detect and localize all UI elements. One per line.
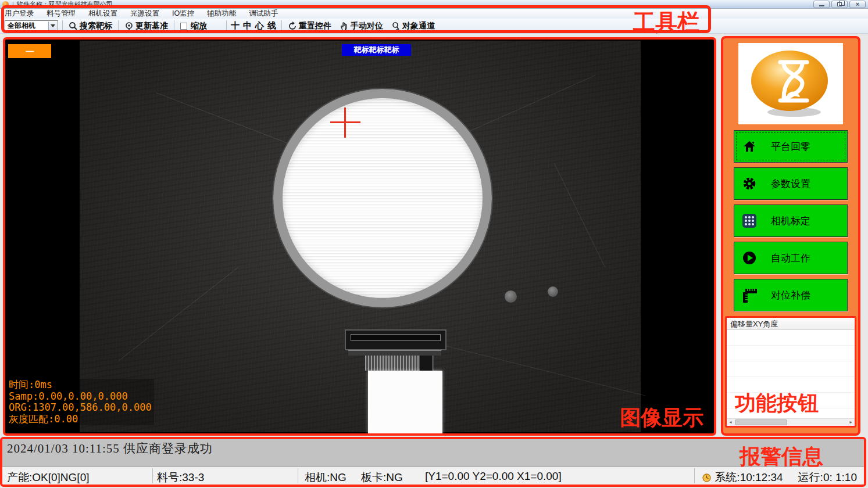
camera-image[interactable]: [80, 41, 641, 432]
menu-camera-settings[interactable]: 相机设置: [88, 9, 117, 19]
spot-mark: [548, 286, 558, 297]
wafer-disc: [273, 89, 492, 307]
ruler-icon: [742, 288, 757, 303]
minimize-icon: [819, 5, 824, 6]
chevron-down-icon: [48, 21, 57, 31]
function-annotation-label: 功能按钮: [735, 389, 819, 418]
object-channel-button[interactable]: 对象通道: [390, 21, 437, 31]
gear-icon: [742, 176, 757, 191]
button-label: 自动工作: [771, 252, 810, 265]
search-icon: [69, 21, 78, 31]
menu-material-mgmt[interactable]: 料号管理: [47, 9, 76, 19]
camera-calibration-button[interactable]: 相机标定: [734, 204, 848, 237]
hourglass-logo-icon: [744, 47, 837, 120]
system-time: 系统:10:12:34: [715, 470, 783, 485]
camera-status: 相机:NG: [305, 470, 347, 485]
home-icon: [742, 139, 757, 154]
scrollbar-thumb[interactable]: [735, 419, 787, 425]
restore-button[interactable]: [831, 1, 848, 8]
overlay-samp: Samp:0.00,0.00,0.000: [9, 391, 152, 403]
parameter-settings-button[interactable]: 参数设置: [734, 167, 848, 200]
align-compensation-button[interactable]: 对位补偿: [734, 279, 848, 311]
tool-bar: 全部相机 搜索靶标 更新基准 缩放 十 中 心 线 重置控件 手动对位 对象通道: [0, 19, 868, 34]
camera-tag[interactable]: —: [8, 44, 51, 58]
manual-align-button[interactable]: 手动对位: [338, 21, 385, 31]
alarm-message: 2024/01/03 10:11:55 供应商登录成功: [7, 440, 213, 457]
clock-icon: [702, 473, 711, 482]
minimize-button[interactable]: [813, 1, 830, 8]
offset-list-header: 偏移量XY角度: [727, 318, 855, 330]
baseline-pin-icon: [124, 21, 134, 31]
menu-user-login[interactable]: 用户登录: [5, 9, 34, 19]
image-display-area[interactable]: — 靶标靶标靶标 时间:0ms Samp:0.00,0.00,0.000 ORG…: [3, 37, 716, 436]
run-time: 运行:0: 1:10: [798, 470, 857, 485]
platform-home-button[interactable]: 平台回零: [734, 130, 848, 163]
alarm-annotation-label: 报警信息: [740, 443, 823, 471]
overlay-gray-match: 灰度匹配:0.00: [9, 414, 152, 425]
spot-mark: [505, 290, 517, 303]
title-bar: | 软件名称：双翌光电科技有限公司 ×: [0, 0, 868, 9]
scroll-right-icon[interactable]: ▸: [847, 419, 855, 426]
app-icon: [2, 1, 9, 8]
reset-icon: [288, 21, 297, 31]
mark-line-button[interactable]: 线: [267, 20, 276, 31]
axis-coordinates: [Y1=0.00 Y2=0.00 X1=0.00]: [425, 470, 562, 483]
restore-icon: [837, 2, 842, 6]
scroll-left-icon[interactable]: ◂: [727, 419, 734, 426]
hand-icon: [340, 21, 349, 31]
mark-cross-button[interactable]: 十: [231, 20, 240, 31]
reset-controls-button[interactable]: 重置控件: [286, 21, 333, 31]
overlay-org: ORG:1307.00,586.00,0.000: [9, 402, 152, 414]
update-baseline-button[interactable]: 更新基准: [123, 21, 170, 31]
channel-icon: [391, 21, 401, 31]
button-label: 相机标定: [771, 214, 810, 228]
ribbon-cable: [368, 371, 442, 435]
horizontal-scrollbar[interactable]: ◂ ▸: [727, 418, 855, 426]
logo-box: [738, 43, 843, 124]
image-annotation-label: 图像显示: [620, 404, 703, 432]
status-bar: 产能:OK[0]NG[0] 料号:33-3 相机:NG 板卡:NG [Y1=0.…: [2, 467, 864, 485]
menu-io-monitor[interactable]: IO监控: [172, 9, 194, 19]
menu-light-settings[interactable]: 光源设置: [130, 9, 159, 19]
window-title: 软件名称：双翌光电科技有限公司: [17, 0, 113, 9]
title-separator: |: [12, 1, 14, 8]
close-button[interactable]: ×: [849, 1, 866, 8]
menu-bar: 用户登录 料号管理 相机设置 光源设置 IO监控 辅助功能 调试助手: [0, 9, 868, 19]
image-info-overlay: 时间:0ms Samp:0.00,0.00,0.000 ORG:1307.00,…: [6, 379, 154, 425]
play-icon: [742, 250, 757, 265]
offset-list-panel[interactable]: 偏移量XY角度 ◂ ▸ 功能按钮: [725, 316, 856, 428]
keypad-icon: [742, 213, 757, 228]
camera-select-dropdown[interactable]: 全部相机: [5, 20, 58, 32]
auto-work-button[interactable]: 自动工作: [734, 242, 848, 274]
menu-aux-functions[interactable]: 辅助功能: [207, 9, 236, 19]
button-label: 对位补偿: [771, 289, 810, 302]
function-panel: 平台回零 参数设置 相机标定 自动工作 对位补偿 偏移量XY角度 ◂ ▸ 功能: [721, 36, 860, 436]
alarm-message-area: 2024/01/03 10:11:55 供应商登录成功 报警信息: [2, 439, 864, 467]
material-number: 料号:33-3: [157, 470, 204, 485]
target-name-label: 靶标靶标靶标: [342, 44, 411, 56]
overlay-time: 时间:0ms: [9, 379, 152, 391]
ribbon-chip: [420, 356, 433, 371]
button-label: 参数设置: [771, 177, 810, 191]
close-icon: ×: [856, 1, 859, 8]
checkbox-icon[interactable]: [180, 23, 187, 30]
button-label: 平台回零: [771, 140, 810, 153]
search-target-button[interactable]: 搜索靶标: [67, 21, 114, 31]
yield-status: 产能:OK[0]NG[0]: [7, 470, 89, 485]
board-status: 板卡:NG: [361, 470, 403, 485]
mark-center-button[interactable]: 中: [243, 20, 252, 31]
fpc-connector: [345, 329, 446, 350]
mark-heart-button[interactable]: 心: [255, 20, 264, 31]
menu-debug-assistant[interactable]: 调试助手: [249, 9, 278, 19]
bottom-region: 2024/01/03 10:11:55 供应商登录成功 报警信息 产能:OK[0…: [0, 437, 866, 487]
zoom-checkbox[interactable]: 缩放: [178, 21, 209, 31]
